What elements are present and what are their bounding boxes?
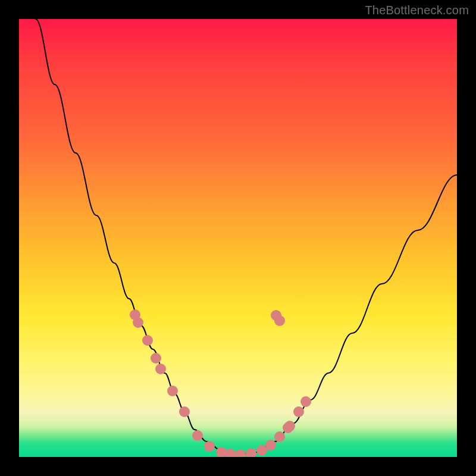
marker-dot	[300, 396, 311, 407]
marker-dot	[204, 441, 215, 452]
marker-dot	[246, 448, 256, 457]
marker-dot	[133, 317, 143, 328]
marker-dot	[192, 430, 203, 441]
marker-dot	[274, 431, 285, 442]
marker-dot	[142, 335, 153, 346]
marker-dot	[284, 421, 295, 431]
marker-dot	[179, 406, 190, 417]
chart-svg	[19, 19, 457, 457]
marker-dot	[256, 445, 267, 456]
marker-dot	[293, 406, 304, 417]
marker-dot	[274, 315, 285, 326]
marker-dot	[151, 353, 161, 364]
watermark-text: TheBottleneck.com	[365, 4, 469, 17]
curve-line	[36, 19, 457, 455]
marker-dot	[235, 449, 246, 457]
marker-dot	[225, 449, 236, 457]
marker-dot	[265, 440, 276, 450]
marker-dot	[155, 364, 166, 374]
marker-dot	[167, 386, 178, 396]
curve-markers	[130, 309, 311, 457]
chart-frame	[19, 19, 457, 457]
